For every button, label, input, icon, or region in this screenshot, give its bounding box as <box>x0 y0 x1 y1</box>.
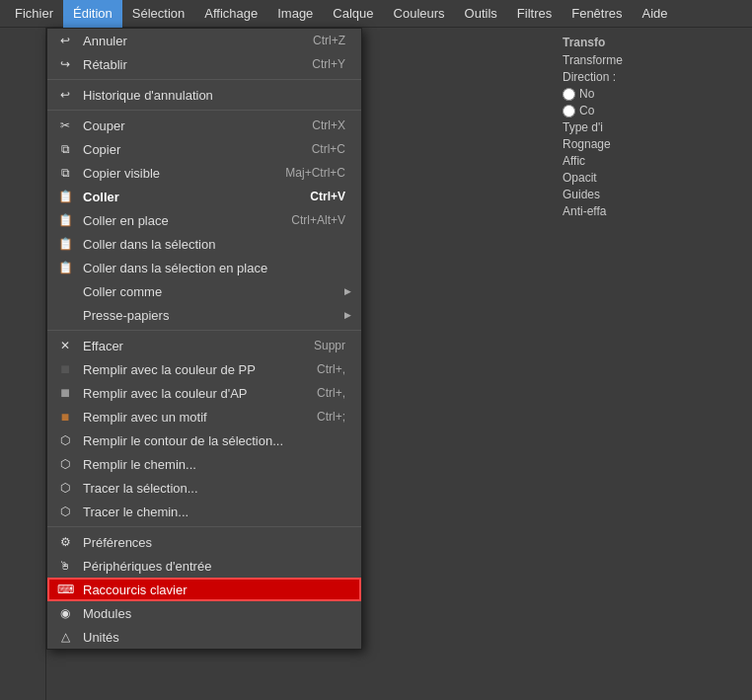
history-label: Historique d'annulation <box>83 88 345 103</box>
clipboard-icon <box>55 305 75 325</box>
menu-item-paste-in-sel[interactable]: 📋 Coller dans la sélection <box>47 232 361 256</box>
menu-item-trace-sel[interactable]: ⬡ Tracer la sélection... <box>47 476 361 500</box>
paste-icon: 📋 <box>55 187 75 206</box>
menubar-selection[interactable]: Sélection <box>122 0 194 28</box>
menubar-calque[interactable]: Calque <box>323 0 383 28</box>
fill-bg-label: Remplir avec la couleur d'AP <box>83 386 297 401</box>
erase-icon: ✕ <box>55 336 75 355</box>
menubar-filtres[interactable]: Filtres <box>507 0 562 28</box>
stroke-sel-icon: ⬡ <box>55 430 75 450</box>
redo-label: Rétablir <box>83 57 292 72</box>
cut-label: Couper <box>83 118 292 133</box>
direction-option-co[interactable]: Co <box>563 104 744 117</box>
input-devices-icon: 🖱 <box>55 556 75 576</box>
paste-in-sel-label: Coller dans la sélection <box>83 237 345 252</box>
menu-item-trace-path[interactable]: ⬡ Tracer le chemin... <box>47 500 361 523</box>
paste-in-place-label: Coller en place <box>83 213 271 228</box>
fill-bg-shortcut: Ctrl+, <box>317 386 345 400</box>
anti-efface-label: Anti-effa <box>563 204 744 218</box>
copy-shortcut: Ctrl+C <box>312 142 345 156</box>
fill-bg-icon: ■ <box>55 383 75 403</box>
undo-shortcut: Ctrl+Z <box>313 34 345 47</box>
menubar: Fichier Édition Sélection Affichage Imag… <box>0 0 752 28</box>
menu-item-undo[interactable]: ↩ Annuler Ctrl+Z <box>47 29 361 52</box>
menu-item-paste[interactable]: 📋 Coller Ctrl+V <box>47 185 361 208</box>
right-options-panel: Transfo Transforme Direction : No Co Typ… <box>555 28 752 700</box>
menubar-image[interactable]: Image <box>267 0 323 28</box>
menu-item-paste-in-sel-place[interactable]: 📋 Coller dans la sélection en place <box>47 256 361 279</box>
copy-label: Copier <box>83 142 292 157</box>
menu-item-paste-in-place[interactable]: 📋 Coller en place Ctrl+Alt+V <box>47 208 361 232</box>
transform-label: Transfo <box>563 36 744 49</box>
menubar-aide[interactable]: Aide <box>633 0 678 28</box>
menu-item-history[interactable]: ↩ Historique d'annulation <box>47 83 361 107</box>
keyboard-shortcuts-icon: ⌨ <box>55 580 75 599</box>
redo-icon: ↪ <box>55 54 75 74</box>
menu-item-fill-fg[interactable]: ■ Remplir avec la couleur de PP Ctrl+, <box>47 357 361 381</box>
undo-icon: ↩ <box>55 31 75 50</box>
history-icon: ↩ <box>55 85 75 105</box>
menu-item-preferences[interactable]: ⚙ Préférences <box>47 530 361 554</box>
fill-pattern-label: Remplir avec un motif <box>83 410 297 425</box>
menu-item-copy-visible[interactable]: ⧉ Copier visible Maj+Ctrl+C <box>47 161 361 185</box>
clipboard-label: Presse-papiers <box>83 308 345 323</box>
copy-icon: ⧉ <box>55 139 75 159</box>
fill-fg-shortcut: Ctrl+, <box>317 362 345 376</box>
menu-item-fill-path[interactable]: ⬡ Remplir le chemin... <box>47 452 361 476</box>
copy-visible-icon: ⧉ <box>55 163 75 183</box>
menu-item-stroke-sel[interactable]: ⬡ Remplir le contour de la sélection... <box>47 428 361 452</box>
menubar-fichier[interactable]: Fichier <box>5 0 63 28</box>
erase-shortcut: Suppr <box>314 339 345 352</box>
trace-sel-icon: ⬡ <box>55 478 75 498</box>
units-icon: △ <box>55 627 75 647</box>
menu-item-paste-as[interactable]: Coller comme <box>47 279 361 303</box>
menubar-fenetres[interactable]: Fenêtres <box>562 0 632 28</box>
menu-item-input-devices[interactable]: 🖱 Périphériques d'entrée <box>47 554 361 578</box>
menu-item-erase[interactable]: ✕ Effacer Suppr <box>47 334 361 357</box>
left-toolbox-panel <box>0 28 46 700</box>
menu-item-fill-pattern[interactable]: ■ Remplir avec un motif Ctrl+; <box>47 405 361 428</box>
paste-in-sel-place-icon: 📋 <box>55 258 75 277</box>
menu-item-cut[interactable]: ✂ Couper Ctrl+X <box>47 114 361 137</box>
fill-fg-icon: ■ <box>55 359 75 379</box>
units-label: Unités <box>83 630 345 645</box>
transform-sub: Transforme <box>563 53 744 67</box>
menu-item-modules[interactable]: ◉ Modules <box>47 601 361 625</box>
undo-label: Annuler <box>83 34 293 48</box>
cut-icon: ✂ <box>55 116 75 135</box>
direction-label: Direction : <box>563 70 744 84</box>
menu-item-keyboard-shortcuts[interactable]: ⌨ Raccourcis clavier <box>47 578 361 601</box>
paste-in-sel-place-label: Coller dans la sélection en place <box>83 261 345 275</box>
menu-item-units[interactable]: △ Unités <box>47 625 361 649</box>
affichage-label: Affic <box>563 154 744 168</box>
direction-option-no[interactable]: No <box>563 87 744 101</box>
menubar-edition[interactable]: Édition <box>63 0 122 28</box>
paste-as-label: Coller comme <box>83 284 345 299</box>
stroke-sel-label: Remplir le contour de la sélection... <box>83 433 345 448</box>
menu-item-redo[interactable]: ↪ Rétablir Ctrl+Y <box>47 52 361 76</box>
fill-path-icon: ⬡ <box>55 454 75 474</box>
menu-item-copy[interactable]: ⧉ Copier Ctrl+C <box>47 137 361 161</box>
cut-shortcut: Ctrl+X <box>312 118 345 132</box>
paste-in-sel-icon: 📋 <box>55 234 75 254</box>
redo-shortcut: Ctrl+Y <box>312 57 345 71</box>
type-label: Type d'i <box>563 120 744 134</box>
paste-shortcut: Ctrl+V <box>310 190 345 203</box>
guides-label: Guides <box>563 188 744 201</box>
menu-item-clipboard[interactable]: Presse-papiers <box>47 303 361 327</box>
menubar-affichage[interactable]: Affichage <box>194 0 267 28</box>
paste-label: Coller <box>83 190 290 204</box>
menu-item-fill-bg[interactable]: ■ Remplir avec la couleur d'AP Ctrl+, <box>47 381 361 405</box>
modules-label: Modules <box>83 606 345 621</box>
keyboard-shortcuts-label: Raccourcis clavier <box>83 583 345 597</box>
fill-path-label: Remplir le chemin... <box>83 457 345 472</box>
paste-in-place-icon: 📋 <box>55 210 75 230</box>
menubar-outils[interactable]: Outils <box>455 0 507 28</box>
trace-path-icon: ⬡ <box>55 502 75 521</box>
opacity-label: Opacit <box>563 171 744 185</box>
fill-fg-label: Remplir avec la couleur de PP <box>83 362 297 377</box>
trace-sel-label: Tracer la sélection... <box>83 481 345 496</box>
erase-label: Effacer <box>83 339 294 353</box>
menubar-couleurs[interactable]: Couleurs <box>384 0 455 28</box>
separator-2 <box>47 110 361 111</box>
